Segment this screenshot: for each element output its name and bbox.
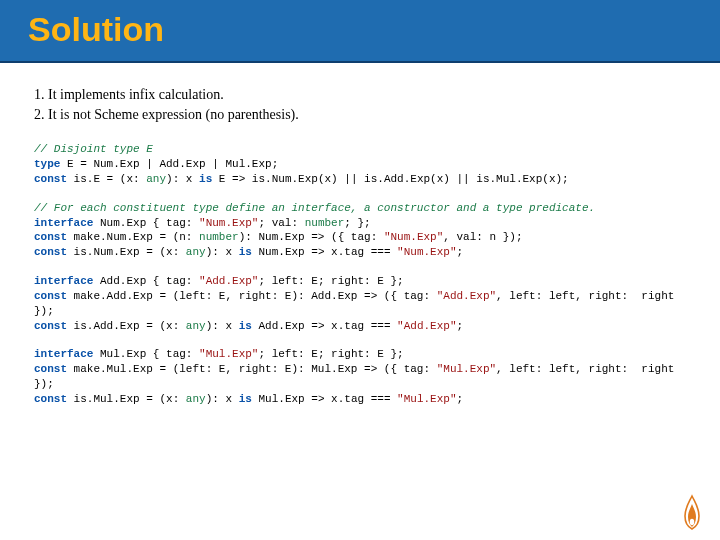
slide-title: Solution: [28, 10, 692, 49]
code-block-numexp: // For each constituent type define an i…: [34, 201, 686, 260]
code-block-addexp: interface Add.Exp { tag: "Add.Exp"; left…: [34, 274, 686, 333]
slide-header: Solution: [0, 0, 720, 63]
svg-point-0: [690, 519, 694, 525]
code-block-mulexp: interface Mul.Exp { tag: "Mul.Exp"; left…: [34, 347, 686, 406]
flame-logo-icon: [679, 494, 705, 530]
rule-2: 2. It is not Scheme expression (no paren…: [34, 105, 686, 125]
code-block-disjoint: // Disjoint type E type E = Num.Exp | Ad…: [34, 142, 686, 187]
slide-content: 1. It implements infix calculation. 2. I…: [0, 63, 720, 407]
rules-list: 1. It implements infix calculation. 2. I…: [34, 85, 686, 124]
rule-1: 1. It implements infix calculation.: [34, 85, 686, 105]
code-area: // Disjoint type E type E = Num.Exp | Ad…: [34, 142, 686, 407]
